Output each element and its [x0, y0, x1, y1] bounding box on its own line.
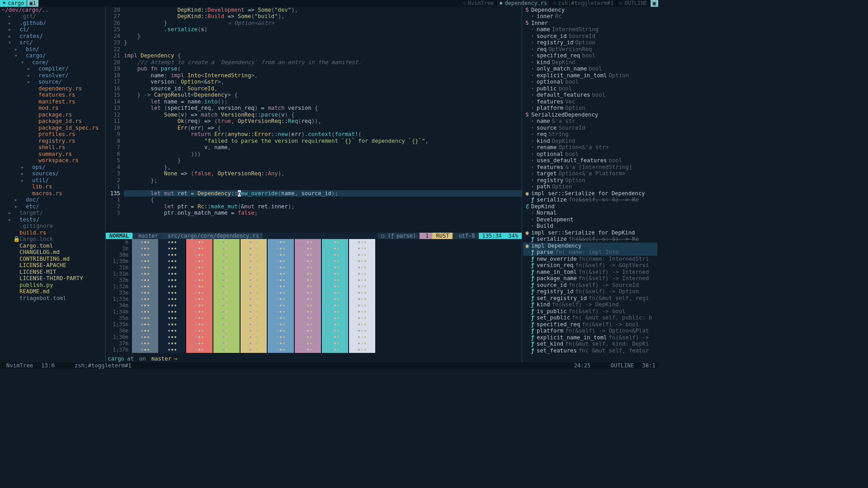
- terminal[interactable]: m1m30m1;30m31m1;31m32m1;32m33m1;33m34m1;…: [106, 239, 522, 362]
- tree-item[interactable]: .gitignore: [1, 223, 105, 230]
- tree-item[interactable]: manifest.rs: [1, 99, 105, 105]
- tree-root[interactable]: ~/dev/cargo/..: [0, 7, 105, 14]
- outline-item[interactable]: ƒset_registry_id fn(&mut self, regi: [523, 295, 657, 302]
- outline-item[interactable]: ƒregistry_id fn(&self) -> Option: [523, 288, 657, 295]
- outline-item[interactable]: ƒsource_id fn(&self) -> SourceId: [523, 282, 657, 289]
- tree-item[interactable]: ▸compiler/: [1, 66, 105, 72]
- tree-item[interactable]: package.rs: [1, 112, 105, 118]
- tab-dependencyrs[interactable]: ●dependency.rs: [497, 0, 550, 7]
- outline-item[interactable]: ·uses_default_features bool: [523, 157, 657, 164]
- tree-item[interactable]: features.rs: [1, 92, 105, 99]
- outline-item[interactable]: ·only_match_name bool: [523, 66, 657, 72]
- tree-item[interactable]: ▸crates/: [1, 33, 105, 40]
- outline-item[interactable]: ·features &'a [InternedString]: [523, 164, 657, 171]
- outline-item[interactable]: ·default_features bool: [523, 92, 657, 99]
- outline-item[interactable]: ·inner Rc: [523, 13, 657, 20]
- tree-item[interactable]: ▸.github/: [1, 20, 105, 27]
- outline-item[interactable]: ·features Vec: [523, 99, 657, 105]
- tab-cargo[interactable]: ⚑ cargo: [0, 0, 27, 7]
- outline-item[interactable]: ƒexplicit_name_in_toml fn(&self) ->: [523, 334, 657, 341]
- tree-item[interactable]: ▸etc/: [1, 203, 105, 210]
- outline-item[interactable]: ƒplatform fn(&self) -> Option<&Plat: [523, 328, 657, 334]
- outline-item[interactable]: ƒset_features fn( &mut self, featur: [523, 347, 657, 354]
- outline-item[interactable]: ƒset_public fn( &mut self, public: b: [523, 314, 657, 321]
- outline-item[interactable]: ·registry_id Option: [523, 39, 657, 46]
- outline-item[interactable]: ·path Option: [523, 183, 657, 190]
- tree-item[interactable]: build.rs: [1, 230, 105, 236]
- symbols-outline[interactable]: SDependency ·inner RcSInner ·name Intern…: [522, 7, 658, 362]
- outline-item[interactable]: ◉impl Dependency: [523, 243, 657, 249]
- outline-item[interactable]: ƒname_in_toml fn(&self) -> Interned: [523, 269, 657, 276]
- outline-item[interactable]: ƒspecified_req fn(&self) -> bool: [523, 321, 657, 328]
- tree-item[interactable]: publish.py: [1, 282, 105, 289]
- win-term[interactable]: zsh;#toggleterm#1: [75, 362, 132, 369]
- tree-item[interactable]: dependency.rs: [1, 85, 105, 92]
- outline-item[interactable]: ·name &'a str: [523, 118, 657, 125]
- tree-item[interactable]: ▸target/: [1, 210, 105, 216]
- tree-item[interactable]: ▸util/: [1, 177, 105, 184]
- outline-item[interactable]: ·kind DepKind: [523, 59, 657, 66]
- tree-item[interactable]: macros.rs: [1, 190, 105, 197]
- tree-item[interactable]: package_id_spec.rs: [1, 125, 105, 131]
- win-outline[interactable]: OUTLINE: [611, 362, 634, 369]
- outline-item[interactable]: ·rename Option<&'a str>: [523, 144, 657, 151]
- outline-item[interactable]: ·optional bool: [523, 79, 657, 85]
- outline-item[interactable]: ·registry Option: [523, 177, 657, 184]
- tree-item[interactable]: package_id.rs: [1, 118, 105, 125]
- outline-item[interactable]: ƒserialize fn(&self, s: S) -> Re: [523, 236, 657, 243]
- tree-item[interactable]: 🔒Cargo.lock: [1, 236, 105, 243]
- outline-item[interactable]: ·optional bool: [523, 151, 657, 158]
- shell-prompt[interactable]: cargo at on master →: [108, 356, 520, 362]
- tree-item[interactable]: ▸bin/: [1, 46, 105, 53]
- tree-item[interactable]: ▸ops/: [1, 164, 105, 171]
- tree-item[interactable]: ▾cargo/: [1, 52, 105, 59]
- tab-zshtoggleterm[interactable]: ○zsh;#toggleterm#1: [550, 0, 617, 7]
- outline-item[interactable]: ·req OptVersionReq: [523, 46, 657, 53]
- tree-item[interactable]: ▸.git/: [1, 13, 105, 20]
- tab-index[interactable]: ▣ 1: [27, 0, 38, 7]
- tree-item[interactable]: ▸tests/: [1, 216, 105, 223]
- outline-item[interactable]: ·Normal: [523, 210, 657, 216]
- git-branch[interactable]: master: [132, 233, 161, 239]
- tree-item[interactable]: summary.rs: [1, 151, 105, 158]
- tree-item[interactable]: ▸resolver/: [1, 72, 105, 79]
- tabbar-end-icon[interactable]: ▣: [651, 0, 658, 7]
- outline-item[interactable]: SDependency: [523, 7, 657, 14]
- outline-item[interactable]: ·name InternedString: [523, 26, 657, 33]
- tree-item[interactable]: LICENSE-MIT: [1, 269, 105, 276]
- tree-item[interactable]: CHANGELOG.md: [1, 249, 105, 256]
- tree-item[interactable]: registry.rs: [1, 138, 105, 145]
- outline-item[interactable]: ℰDepKind: [523, 203, 657, 210]
- tree-item[interactable]: workspace.rs: [1, 157, 105, 164]
- outline-item[interactable]: ◉impl ser::Serialize for DepKind: [523, 230, 657, 236]
- outline-item[interactable]: ƒparse fn( name: impl Into: [523, 249, 657, 256]
- outline-item[interactable]: ƒis_public fn(&self) -> bool: [523, 308, 657, 315]
- outline-item[interactable]: ·target Option<&'a Platform>: [523, 170, 657, 177]
- outline-item[interactable]: ƒkind fn(&self) -> DepKind: [523, 301, 657, 308]
- tree-item[interactable]: ▸sources/: [1, 170, 105, 177]
- tree-item[interactable]: LICENSE-APACHE: [1, 262, 105, 269]
- outline-item[interactable]: ƒset_kind fn(&mut self, kind: DepKi: [523, 341, 657, 347]
- tab-outline[interactable]: ○OUTLINE: [617, 0, 651, 7]
- tree-item[interactable]: triagebot.toml: [1, 295, 105, 302]
- outline-item[interactable]: ·source SourceId: [523, 125, 657, 131]
- tree-item[interactable]: mod.rs: [1, 105, 105, 112]
- tab-nvimtree[interactable]: ○NvimTree: [460, 0, 497, 7]
- tree-item[interactable]: ▸source/: [1, 79, 105, 85]
- win-nvimtree[interactable]: NvimTree: [6, 362, 33, 369]
- tree-item[interactable]: README.md: [1, 288, 105, 295]
- outline-item[interactable]: ·platform Option: [523, 105, 657, 112]
- outline-item[interactable]: ◉impl ser::Serialize for Dependency: [523, 190, 657, 197]
- code-editor[interactable]: 2827262524232221201918171615141312111098…: [106, 7, 522, 233]
- diag-warn[interactable]: 1: [420, 233, 432, 239]
- tree-item[interactable]: ▸doc/: [1, 197, 105, 203]
- outline-item[interactable]: ƒnew_override fn(name: InternedStri: [523, 256, 657, 263]
- outline-item[interactable]: ƒserialize fn(&self, s: S) -> Re: [523, 197, 657, 203]
- outline-item[interactable]: ·specified_req bool: [523, 52, 657, 59]
- tree-item[interactable]: profiles.rs: [1, 131, 105, 138]
- outline-item[interactable]: SSerializedDependency: [523, 112, 657, 118]
- tree-item[interactable]: CONTRIBUTING.md: [1, 256, 105, 263]
- outline-item[interactable]: ·kind DepKind: [523, 138, 657, 145]
- outline-item[interactable]: ·Development: [523, 216, 657, 223]
- code-area[interactable]: DepKind::Development => Some("dev"), Dep…: [124, 7, 522, 233]
